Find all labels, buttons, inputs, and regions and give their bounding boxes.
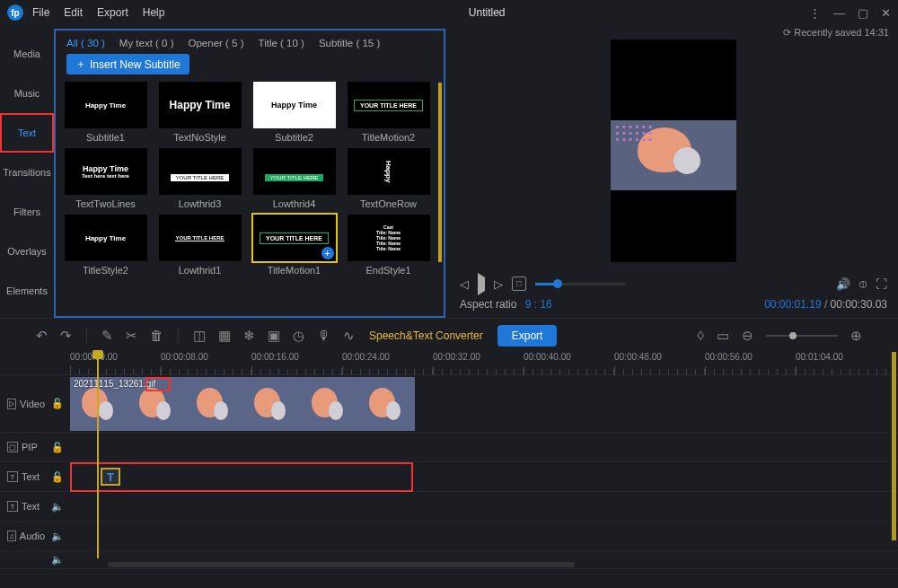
crop-icon[interactable]: ◫ [193, 328, 206, 344]
mosaic-icon[interactable]: ▦ [218, 328, 231, 344]
fullscreen-icon[interactable]: ⛶ [876, 277, 887, 291]
next-frame-icon[interactable]: ▷ [494, 277, 503, 291]
menu-help[interactable]: Help [143, 6, 165, 19]
asset-thumb[interactable]: Happy TimeText here text here [65, 148, 147, 195]
asset-card[interactable]: Happy TimeText here text hereTextTwoLine… [61, 148, 150, 209]
asset-card-label: TextTwoLines [75, 198, 136, 209]
asset-thumb[interactable]: YOUR TITLE HERE+ [253, 215, 336, 261]
asset-card[interactable]: HappyTextOneRow [344, 148, 433, 209]
maximize-icon[interactable]: ▢ [858, 6, 868, 20]
tab-mytext[interactable]: My text ( 0 ) [119, 38, 174, 48]
export-button[interactable]: Export [497, 325, 558, 347]
timeline-ruler[interactable]: 00:00:00.0000:00:08.0000:00:16.0000:00:2… [0, 352, 898, 375]
menu-file[interactable]: File [32, 6, 49, 19]
text-clip[interactable]: T [101, 468, 120, 486]
prev-frame-icon[interactable]: ◁ [460, 277, 469, 291]
play-icon[interactable] [478, 277, 485, 291]
asset-thumb[interactable]: Happy [348, 148, 430, 195]
volume-icon[interactable]: 🔊 [836, 277, 850, 291]
video-clip[interactable]: 20211115_13261.gif [70, 377, 415, 431]
redo-icon[interactable]: ↷ [60, 328, 72, 344]
tab-opener[interactable]: Opener ( 5 ) [189, 38, 244, 48]
lock-icon[interactable]: 🔓 [45, 471, 70, 483]
volume-icon[interactable]: 🔈 [51, 554, 64, 565]
asset-thumb[interactable]: YOUR TITLE HERE [159, 148, 242, 195]
tab-title[interactable]: Title ( 10 ) [259, 38, 304, 48]
asset-card[interactable]: YOUR TITLE HERE+TitleMotion1 [250, 215, 339, 276]
delete-icon[interactable]: 🗑 [150, 328, 163, 344]
asset-card[interactable]: Happy TimeTitleStyle2 [61, 215, 150, 276]
asset-card[interactable]: YOUR TITLE HERELowthrid3 [155, 148, 244, 209]
asset-card[interactable]: YOUR TITLE HERETitleMotion2 [344, 82, 433, 143]
timeline-scrollbar-horizontal[interactable] [108, 562, 575, 567]
asset-thumb[interactable]: Happy Time [253, 82, 336, 128]
zoom-tool-icon[interactable]: ▣ [268, 328, 280, 344]
cut-icon[interactable]: ✂ [126, 328, 137, 344]
zoom-slider[interactable] [766, 335, 838, 337]
marker-icon[interactable]: ◊ [698, 328, 704, 343]
volume-icon[interactable]: 🔈 [51, 501, 64, 512]
fit-icon[interactable]: ▭ [717, 328, 729, 344]
sidebar-item-music[interactable]: Music [0, 74, 54, 113]
assets-scrollbar[interactable] [438, 83, 442, 262]
timeline-scrollbar-vertical[interactable] [892, 352, 896, 540]
lock-icon[interactable]: 🔓 [45, 398, 70, 409]
track-audio: ♫Audio 🔈 [0, 522, 898, 551]
track-pip-label: PIP [22, 442, 38, 452]
save-status: Recently saved 14:31 [783, 27, 889, 39]
asset-thumb[interactable]: CastTitle: NameTitle: NameTitle: NameTit… [348, 215, 430, 261]
undo-icon[interactable]: ↶ [36, 328, 48, 344]
tab-subtitle[interactable]: Subtitle ( 15 ) [319, 38, 380, 48]
aspect-ratio-value[interactable]: 9 : 16 [525, 298, 552, 311]
audio-track-icon: ♫ [7, 531, 16, 541]
more-icon[interactable]: ⋮ [809, 6, 821, 20]
menu-edit[interactable]: Edit [64, 6, 83, 19]
asset-card[interactable]: YOUR TITLE HERELowthrid1 [155, 215, 244, 276]
asset-card[interactable]: CastTitle: NameTitle: NameTitle: NameTit… [344, 215, 433, 276]
asset-card[interactable]: Happy TimeTextNoStyle [155, 82, 244, 143]
sidebar-item-transitions[interactable]: Transitions [0, 153, 54, 192]
asset-thumb[interactable]: YOUR TITLE HERE [348, 82, 430, 128]
volume-icon[interactable]: 🔈 [51, 531, 64, 541]
assets-grid: Happy TimeSubtitle1Happy TimeTextNoStyle… [61, 82, 438, 276]
document-title: Untitled [164, 6, 809, 19]
stop-button[interactable]: □ [512, 276, 526, 291]
app-logo-icon: fp [7, 4, 23, 21]
asset-thumb[interactable]: YOUR TITLE HERE [159, 215, 242, 261]
preview-viewport[interactable]: ■ ■ ■ ■ ■ ■■ ■ ■ ■ ■ ■■ ■ ■ ■ ■ ■ [611, 39, 736, 262]
asset-card[interactable]: YOUR TITLE HERELowthrid4 [250, 148, 339, 209]
sidebar-item-text[interactable]: Text [0, 113, 54, 153]
lock-icon[interactable]: 🔓 [45, 442, 70, 453]
asset-thumb[interactable]: YOUR TITLE HERE [253, 148, 336, 195]
snapshot-icon[interactable]: ⦶ [859, 276, 867, 291]
sidebar-item-elements[interactable]: Elements [0, 271, 54, 311]
menu-export[interactable]: Export [97, 6, 128, 19]
video-track-icon: ▷ [7, 399, 16, 409]
close-icon[interactable]: ✕ [881, 6, 891, 20]
ruler-mark: 00:00:16.00 [251, 352, 342, 374]
sidebar-item-media[interactable]: Media [0, 34, 54, 74]
zoom-in-icon[interactable]: ⊕ [850, 328, 862, 344]
sidebar-item-filters[interactable]: Filters [0, 192, 54, 232]
asset-thumb[interactable]: Happy Time [159, 82, 242, 128]
insert-subtitle-button[interactable]: ＋ Insert New Subtitle [66, 54, 189, 75]
aspect-ratio-label: Aspect ratio [460, 298, 516, 311]
seek-slider[interactable] [535, 283, 625, 285]
asset-thumb[interactable]: Happy Time [65, 215, 147, 261]
duration-icon[interactable]: ◷ [293, 328, 304, 344]
voiceover-icon[interactable]: 🎙 [317, 328, 330, 344]
speech-text-converter-button[interactable]: Speech&Text Converter [369, 329, 483, 342]
playhead[interactable] [97, 352, 99, 558]
add-icon[interactable]: + [321, 247, 334, 259]
text-track-highlight [70, 462, 413, 492]
minimize-icon[interactable]: — [833, 6, 845, 20]
sidebar-item-overlays[interactable]: Overlays [0, 232, 54, 271]
audio-tool-icon[interactable]: ∿ [343, 328, 355, 344]
edit-icon[interactable]: ✎ [101, 328, 113, 344]
zoom-out-icon[interactable]: ⊖ [742, 328, 753, 344]
tab-all[interactable]: All ( 30 ) [66, 38, 105, 48]
freeze-icon[interactable]: ❄ [243, 328, 255, 344]
asset-thumb[interactable]: Happy Time [65, 82, 147, 128]
asset-card[interactable]: Happy TimeSubtitle2 [250, 82, 339, 143]
asset-card[interactable]: Happy TimeSubtitle1 [61, 82, 150, 143]
